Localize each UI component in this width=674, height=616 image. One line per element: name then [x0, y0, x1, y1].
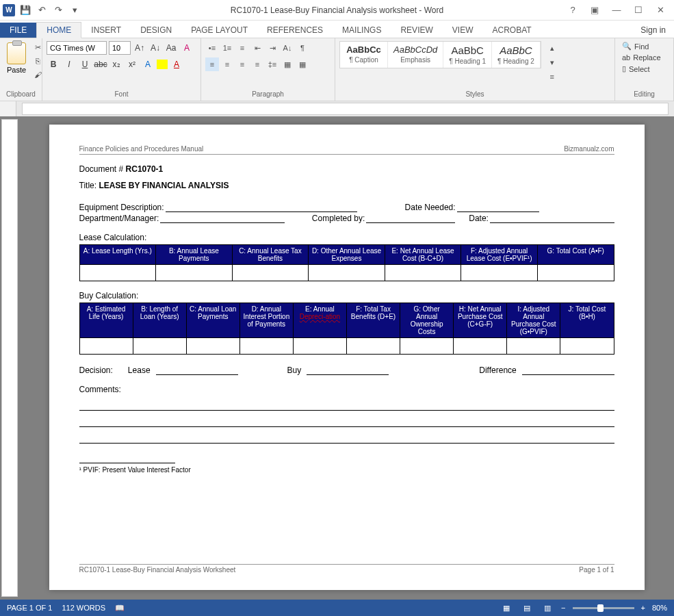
buy-table: A: Estimated Life (Years)B: Length of Lo…: [79, 303, 614, 355]
font-name-combo[interactable]: CG Times (W: [47, 41, 107, 55]
font-size-combo[interactable]: 10: [109, 41, 131, 55]
redo-icon[interactable]: ↷: [52, 4, 64, 16]
read-mode-icon[interactable]: ▦: [500, 602, 513, 613]
ruler-vertical[interactable]: [1, 119, 18, 597]
buy-calc-label: Buy Calculation:: [79, 291, 614, 300]
page-footer-right: Page 1 of 1: [579, 566, 614, 574]
group-label-editing: Editing: [619, 90, 669, 99]
label-date: Date:: [469, 214, 489, 223]
change-case-icon[interactable]: Aa: [164, 41, 178, 55]
styles-scroll-down-icon[interactable]: ▾: [545, 55, 559, 69]
tab-acrobat[interactable]: ACROBAT: [482, 23, 541, 38]
group-label-font: Font: [47, 90, 196, 99]
zoom-level[interactable]: 80%: [652, 604, 667, 612]
bold-button[interactable]: B: [47, 57, 60, 71]
web-layout-icon[interactable]: ▥: [541, 602, 554, 613]
underline-button[interactable]: U: [78, 57, 92, 71]
group-label-clipboard: Clipboard: [4, 90, 38, 99]
align-right-icon[interactable]: ≡: [235, 57, 249, 71]
clear-format-icon[interactable]: A: [180, 41, 194, 55]
tab-references[interactable]: REFERENCES: [257, 23, 333, 38]
status-page[interactable]: PAGE 1 OF 1: [7, 604, 52, 613]
strikethrough-button[interactable]: abc: [94, 57, 107, 71]
page[interactable]: Finance Policies and Procedures Manual B…: [49, 125, 645, 590]
label-equipment: Equipment Description:: [79, 203, 164, 212]
borders-icon[interactable]: ▦: [296, 57, 309, 71]
font-color-icon[interactable]: A: [170, 57, 183, 71]
tab-mailings[interactable]: MAILINGS: [333, 23, 391, 38]
styles-scroll-up-icon[interactable]: ▴: [545, 41, 559, 55]
text-effects-icon[interactable]: A: [141, 57, 155, 71]
page-header-right: Bizmanualz.com: [564, 145, 614, 153]
justify-icon[interactable]: ≡: [250, 57, 264, 71]
document-canvas[interactable]: Finance Policies and Procedures Manual B…: [19, 116, 674, 600]
styles-more-icon[interactable]: ≡: [545, 70, 559, 84]
comments-label: Comments:: [79, 385, 614, 394]
window-title: RC1070-1 Lease-Buy Financial Analysis wo…: [231, 5, 443, 15]
shading-icon[interactable]: ▦: [281, 57, 294, 71]
document-area: Finance Policies and Procedures Manual B…: [0, 116, 674, 600]
close-icon[interactable]: ✕: [652, 3, 669, 17]
ribbon-tabs: FILE HOME INSERT DESIGN PAGE LAYOUT REFE…: [0, 21, 674, 38]
page-header-left: Finance Policies and Procedures Manual: [79, 145, 204, 153]
style-heading1[interactable]: AaBbC¶ Heading 1: [443, 42, 492, 68]
tab-design[interactable]: DESIGN: [131, 23, 181, 38]
help-icon[interactable]: ?: [565, 3, 581, 17]
styles-gallery[interactable]: AaBbCc¶ Caption AaBbCcDdEmphasis AaBbC¶ …: [339, 41, 541, 68]
lease-calc-label: Lease Calculation:: [79, 233, 614, 242]
clipboard-icon: [7, 42, 26, 64]
sign-in-link[interactable]: Sign in: [632, 23, 674, 38]
qat-customize-icon[interactable]: ▾: [68, 4, 81, 16]
save-icon[interactable]: 💾: [19, 4, 31, 16]
maximize-icon[interactable]: ☐: [630, 3, 647, 17]
subscript-button[interactable]: x₂: [109, 57, 123, 71]
line-spacing-icon[interactable]: ‡≡: [265, 57, 279, 71]
print-layout-icon[interactable]: ▤: [520, 602, 534, 613]
proofing-icon[interactable]: 📖: [115, 604, 125, 613]
tab-review[interactable]: REVIEW: [391, 23, 442, 38]
minimize-icon[interactable]: —: [608, 3, 625, 17]
select-button[interactable]: ▯Select: [619, 64, 669, 74]
sort-icon[interactable]: A↓: [281, 41, 294, 55]
increase-indent-icon[interactable]: ⇥: [265, 41, 279, 55]
bullets-icon[interactable]: •≡: [205, 41, 219, 55]
style-caption[interactable]: AaBbCc¶ Caption: [340, 42, 388, 68]
tab-insert[interactable]: INSERT: [81, 23, 131, 38]
zoom-out-button[interactable]: −: [561, 604, 565, 612]
zoom-slider[interactable]: [573, 607, 634, 609]
lease-table: A: Lease Length (Yrs.)B: Annual Lease Pa…: [79, 244, 614, 281]
status-words[interactable]: 112 WORDS: [62, 604, 105, 613]
find-button[interactable]: 🔍Find: [619, 41, 669, 51]
grow-font-icon[interactable]: A↑: [133, 41, 146, 55]
ruler-horizontal[interactable]: [0, 101, 674, 116]
decision-row: Decision: Lease Buy Difference: [79, 365, 614, 375]
superscript-button[interactable]: x²: [125, 57, 139, 71]
highlight-icon[interactable]: [157, 60, 168, 69]
label-department: Department/Manager:: [79, 214, 159, 223]
ribbon-options-icon[interactable]: ▣: [586, 3, 603, 17]
replace-button[interactable]: abReplace: [619, 53, 669, 62]
doc-number: Document # RC1070-1: [79, 164, 614, 174]
align-center-icon[interactable]: ≡: [220, 57, 234, 71]
style-emphasis[interactable]: AaBbCcDdEmphasis: [388, 42, 443, 68]
tab-file[interactable]: FILE: [0, 23, 36, 38]
align-left-icon[interactable]: ≡: [205, 57, 219, 71]
ribbon: Paste ✂ ⎘ 🖌 Clipboard CG Times (W 10 A↑ …: [0, 38, 674, 101]
title-bar: W 💾 ↶ ↷ ▾ RC1070-1 Lease-Buy Financial A…: [0, 0, 674, 21]
paste-button[interactable]: Paste: [4, 41, 29, 90]
undo-icon[interactable]: ↶: [36, 4, 48, 16]
numbering-icon[interactable]: 1≡: [220, 41, 234, 55]
style-heading2[interactable]: AaBbC¶ Heading 2: [492, 42, 541, 68]
show-marks-icon[interactable]: ¶: [296, 41, 309, 55]
italic-button[interactable]: I: [62, 57, 76, 71]
tab-view[interactable]: VIEW: [443, 23, 483, 38]
group-label-paragraph: Paragraph: [205, 90, 330, 99]
multilevel-icon[interactable]: ≡: [235, 41, 249, 55]
tab-pagelayout[interactable]: PAGE LAYOUT: [181, 23, 257, 38]
group-label-styles: Styles: [339, 90, 610, 99]
tab-home[interactable]: HOME: [36, 22, 81, 38]
zoom-in-button[interactable]: +: [641, 604, 645, 612]
shrink-font-icon[interactable]: A↓: [148, 41, 162, 55]
footnote: ¹ PVIF: Present Value Interest Factor: [79, 466, 614, 474]
decrease-indent-icon[interactable]: ⇤: [250, 41, 264, 55]
